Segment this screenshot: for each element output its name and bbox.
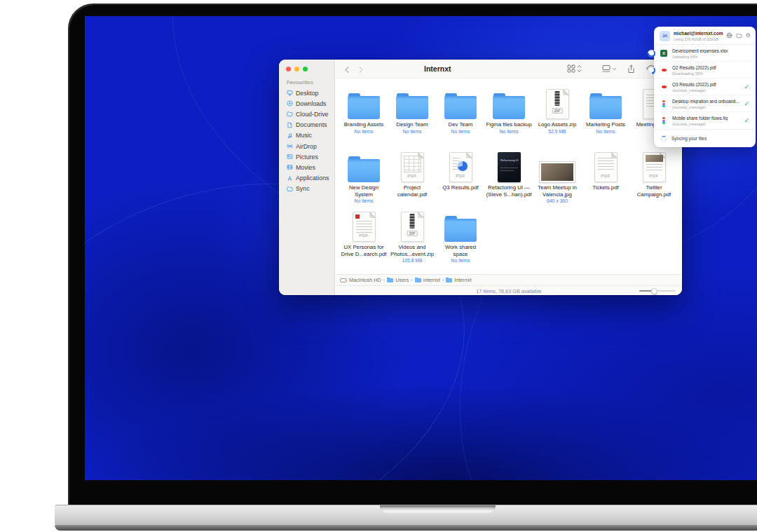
- item-count-status: 17 items, 76,63 GB available: [336, 288, 682, 294]
- forward-button[interactable]: [356, 64, 366, 74]
- laptop-bottom-edge: [55, 525, 757, 531]
- gear-icon[interactable]: ⚙: [746, 33, 751, 39]
- sidebar-item-airdrop[interactable]: AirDrop: [279, 141, 334, 151]
- sidebar-item-cloud-drive[interactable]: Cloud-Drive: [279, 109, 334, 119]
- file-item[interactable]: PDF Q3 Results.pdf: [437, 149, 484, 192]
- path-segment[interactable]: Internxt: [454, 277, 471, 283]
- pictures-icon: [287, 154, 293, 160]
- laptop-lid-groove: [380, 505, 496, 513]
- storage-usage: Using 176,42GB of 200GB: [674, 37, 718, 41]
- sidebar-item-desktop[interactable]: Desktop: [279, 88, 334, 98]
- status-bar: 17 items, 76,63 GB available: [336, 285, 682, 295]
- pdf-file-icon: PDF: [594, 152, 618, 182]
- chevron-right-icon: [358, 66, 364, 74]
- avatar: JA: [660, 31, 670, 41]
- photo-thumbnail-icon: [540, 162, 575, 182]
- view-toggle-button[interactable]: [567, 64, 582, 73]
- sync-item[interactable]: X Development expenses.xlsx Uploading 64…: [654, 45, 756, 62]
- sync-item-list: X Development expenses.xlsx Uploading 64…: [654, 45, 756, 129]
- path-segment[interactable]: Users: [395, 277, 409, 283]
- desktop-stage: Favourites Desktop Downloads Cloud-Drive…: [0, 0, 757, 532]
- sidebar-item-documents[interactable]: Documents: [279, 120, 334, 130]
- file-grid: Branding Assets No items Design Team No …: [336, 79, 682, 274]
- folder-icon: [396, 93, 428, 119]
- pdf-icon: [660, 83, 667, 90]
- popup-footer: Syncing your files: [654, 129, 756, 147]
- path-segment[interactable]: Macintosh HD: [349, 277, 381, 283]
- group-button[interactable]: [602, 64, 617, 73]
- hard-disk-icon: [340, 278, 347, 283]
- file-item[interactable]: Figma files backup No items: [485, 86, 533, 134]
- path-segment[interactable]: internxt: [423, 277, 440, 283]
- file-item[interactable]: PDF Twitter Campaign.pdf: [630, 149, 678, 198]
- share-button[interactable]: [627, 64, 635, 74]
- sync-item[interactable]: Desktop migration and onboardi... (succe…: [654, 95, 756, 112]
- file-item[interactable]: Team Meetup in Valencia.jpg 640 x 360: [533, 149, 581, 203]
- laptop-base: [55, 505, 757, 525]
- pdf-personas-icon: PDF: [353, 212, 376, 242]
- sync-item[interactable]: Mobile share folder flows.fig (success_m…: [654, 112, 756, 129]
- book-cover-icon: Refactoring UI: [498, 152, 521, 182]
- sort-chevrons-icon: [577, 64, 582, 73]
- window-title: Internxt: [424, 64, 451, 73]
- sync-spinner-icon: [661, 136, 667, 142]
- file-item[interactable]: Work shared space No items: [437, 209, 484, 263]
- internxt-sync-popup: JA michael@internxt.com Using 176,42GB o…: [654, 27, 756, 147]
- sidebar-item-music[interactable]: Music: [279, 130, 334, 141]
- globe-icon[interactable]: [726, 32, 732, 39]
- applications-icon: [287, 175, 293, 182]
- file-item[interactable]: Refactoring UI Refactoring UI — (Steve S…: [485, 149, 533, 198]
- sidebar-items: Desktop Downloads Cloud-Drive Documents …: [279, 88, 334, 194]
- music-icon: [287, 132, 293, 139]
- folder-icon: [493, 93, 525, 119]
- pdf-photo-icon: PDF: [643, 152, 666, 182]
- sidebar-section-label: Favourites: [287, 79, 313, 86]
- finder-main: Internxt: [336, 60, 682, 295]
- document-icon: [287, 122, 293, 128]
- sync-item[interactable]: Q3 Results (2022).pdf (success_message) …: [654, 79, 756, 95]
- slider-knob[interactable]: [651, 288, 657, 294]
- sidebar-item-pictures[interactable]: Pictures: [279, 151, 334, 162]
- finder-window: Favourites Desktop Downloads Cloud-Drive…: [279, 60, 682, 295]
- file-item[interactable]: PDF UX Personas for Drive D...earch.pdf: [340, 209, 388, 258]
- account-email: michael@internxt.com: [674, 31, 723, 36]
- folder-icon: [287, 111, 293, 117]
- file-item[interactable]: Dev Team No items: [437, 86, 484, 134]
- sidebar-item-downloads[interactable]: Downloads: [279, 98, 334, 109]
- zoom-button[interactable]: [303, 67, 308, 71]
- folder-icon: [444, 216, 477, 242]
- folder-icon: [444, 93, 477, 119]
- file-item[interactable]: Marketing Posts No items: [582, 86, 629, 134]
- figma-icon: [660, 117, 667, 124]
- file-item[interactable]: ZIP Videos and Photos...event.zip 105,8 …: [388, 209, 436, 263]
- close-button[interactable]: [286, 67, 291, 71]
- upload-progress-ring: [648, 50, 655, 57]
- folder-icon: [348, 156, 380, 182]
- mini-folder-icon: [415, 278, 421, 282]
- success-check-icon: ✓: [744, 100, 749, 107]
- file-item[interactable]: ZIP Logo Assets.zip 52,9 MB: [533, 86, 581, 134]
- sidebar-item-movies[interactable]: Movies: [279, 162, 334, 172]
- sidebar-item-sync[interactable]: Sync: [279, 184, 334, 194]
- sidebar-item-applications[interactable]: Applications: [279, 173, 334, 184]
- open-folder-icon[interactable]: [736, 33, 742, 39]
- back-button[interactable]: [342, 64, 352, 74]
- file-item[interactable]: New Design System No items: [340, 149, 388, 203]
- sync-item[interactable]: Q2 Results (2022).pdf Downloading 35%: [654, 62, 756, 79]
- grid-view-icon: [567, 64, 575, 73]
- mini-folder-icon: [446, 278, 452, 282]
- share-icon: [627, 64, 635, 74]
- icon-size-slider[interactable]: [639, 290, 676, 292]
- sync-status-text: Syncing your files: [671, 136, 707, 141]
- popup-header: JA michael@internxt.com Using 176,42GB o…: [654, 27, 756, 45]
- zip-file-icon: ZIP: [546, 89, 569, 119]
- gallery-view-icon: [602, 64, 611, 73]
- airdrop-icon: [287, 143, 293, 149]
- folder-icon: [348, 93, 380, 119]
- file-item[interactable]: PDF Tickets.pdf: [582, 149, 629, 192]
- file-item[interactable]: Design Team No items: [388, 86, 436, 134]
- success-check-icon: ✓: [744, 117, 749, 124]
- file-item[interactable]: Branding Assets No items: [340, 86, 388, 134]
- file-item[interactable]: PDF Project calendar.pdf: [388, 149, 436, 198]
- minimize-button[interactable]: [294, 67, 299, 71]
